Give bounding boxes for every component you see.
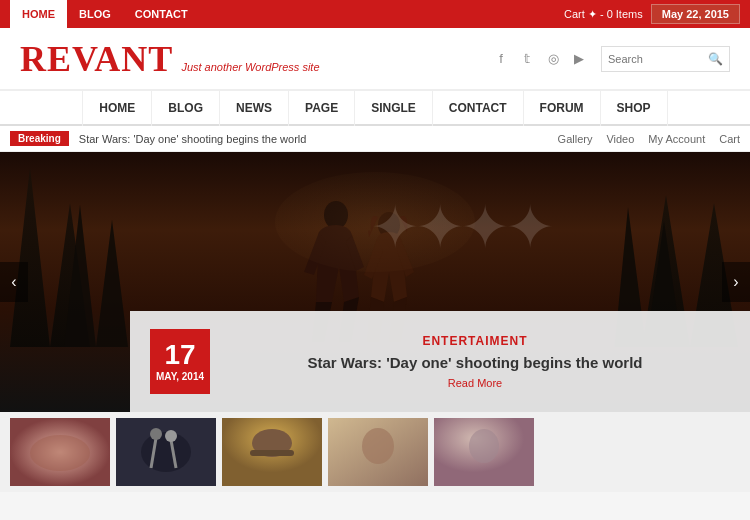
header-right: f 𝕥 ◎ ▶ 🔍	[491, 46, 730, 72]
thumb1-img	[10, 418, 110, 486]
hero-slider: ✦✦✦✦ ‹ › 17 MAY, 2014 ENTERTAIMENT Star …	[0, 152, 750, 412]
breaking-links: Gallery Video My Account Cart	[558, 133, 740, 145]
svg-point-10	[150, 428, 162, 440]
header: REVANT Just another WordPress site f 𝕥 ◎…	[0, 28, 750, 90]
breaking-text: Star Wars: 'Day one' shooting begins the…	[79, 133, 558, 145]
bg-glow	[275, 172, 475, 272]
nav-shop[interactable]: SHOP	[601, 90, 668, 126]
svg-rect-15	[250, 450, 294, 456]
main-nav: HOME BLOG NEWS PAGE SINGLE CONTACT FORUM…	[0, 90, 750, 126]
cart-text[interactable]: Cart ✦ - 0 Items	[564, 8, 643, 21]
breaking-badge: Breaking	[10, 131, 69, 146]
thumb3-img	[222, 418, 322, 486]
top-nav-contact[interactable]: CONTACT	[123, 0, 200, 28]
nav-news[interactable]: NEWS	[220, 90, 289, 126]
thumb4-img	[328, 418, 428, 486]
caption-title: Star Wars: 'Day one' shooting begins the…	[230, 354, 720, 371]
breaking-link-cart[interactable]: Cart	[719, 133, 740, 145]
thumbnail-4[interactable]	[328, 418, 428, 486]
search-input[interactable]	[608, 53, 708, 65]
breaking-link-video[interactable]: Video	[606, 133, 634, 145]
nav-page[interactable]: PAGE	[289, 90, 355, 126]
breaking-bar: Breaking Star Wars: 'Day one' shooting b…	[0, 126, 750, 152]
svg-point-18	[362, 428, 394, 464]
tagline: Just another WordPress site	[181, 61, 319, 73]
search-box: 🔍	[601, 46, 730, 72]
thumbnails	[0, 412, 750, 492]
svg-point-4	[30, 435, 90, 471]
top-nav: HOME BLOG CONTACT	[10, 0, 200, 28]
top-right: Cart ✦ - 0 Items May 22, 2015	[564, 4, 740, 24]
search-button[interactable]: 🔍	[708, 52, 723, 66]
thumbnail-1[interactable]	[10, 418, 110, 486]
instagram-icon[interactable]: ◎	[543, 49, 563, 69]
social-icons: f 𝕥 ◎ ▶	[491, 49, 589, 69]
nav-forum[interactable]: FORUM	[524, 90, 601, 126]
thumbnail-2[interactable]	[116, 418, 216, 486]
breaking-link-myaccount[interactable]: My Account	[648, 133, 705, 145]
thumb5-img	[434, 418, 534, 486]
nav-single[interactable]: SINGLE	[355, 90, 433, 126]
date-box: 17 MAY, 2014	[150, 329, 210, 394]
thumbnail-5[interactable]	[434, 418, 534, 486]
caption-category: ENTERTAIMENT	[230, 334, 720, 348]
thumb2-img	[116, 418, 216, 486]
top-nav-home[interactable]: HOME	[10, 0, 67, 28]
readmore-link[interactable]: Read More	[230, 377, 720, 389]
thumbnail-3[interactable]	[222, 418, 322, 486]
slide-caption: 17 MAY, 2014 ENTERTAIMENT Star Wars: 'Da…	[130, 311, 750, 412]
logo-text: REVANT	[20, 38, 173, 80]
twitter-icon[interactable]: 𝕥	[517, 49, 537, 69]
top-nav-blog[interactable]: BLOG	[67, 0, 123, 28]
nav-home[interactable]: HOME	[82, 90, 152, 126]
logo: REVANT Just another WordPress site	[20, 38, 320, 80]
slider-next-button[interactable]: ›	[722, 262, 750, 302]
svg-point-21	[469, 429, 499, 463]
nav-contact[interactable]: CONTACT	[433, 90, 524, 126]
youtube-icon[interactable]: ▶	[569, 49, 589, 69]
slider-prev-button[interactable]: ‹	[0, 262, 28, 302]
nav-items: HOME BLOG NEWS PAGE SINGLE CONTACT FORUM…	[82, 90, 667, 126]
top-bar: HOME BLOG CONTACT Cart ✦ - 0 Items May 2…	[0, 0, 750, 28]
nav-blog[interactable]: BLOG	[152, 90, 220, 126]
caption-text: ENTERTAIMENT Star Wars: 'Day one' shooti…	[230, 334, 720, 389]
breaking-link-gallery[interactable]: Gallery	[558, 133, 593, 145]
slide-date-month: MAY, 2014	[156, 371, 204, 382]
slide-date-day: 17	[164, 341, 195, 369]
date-badge: May 22, 2015	[651, 4, 740, 24]
svg-point-11	[165, 430, 177, 442]
facebook-icon[interactable]: f	[491, 49, 511, 69]
